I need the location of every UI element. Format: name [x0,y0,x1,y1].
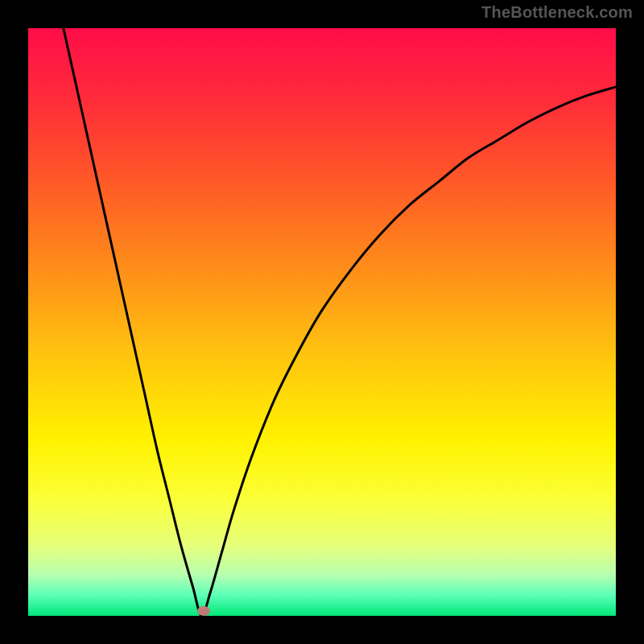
watermark-text: TheBottleneck.com [481,3,633,22]
plot-area [28,28,616,616]
bottleneck-curve [28,28,616,616]
optimal-point-marker [197,606,210,616]
chart-frame: TheBottleneck.com [0,0,644,644]
